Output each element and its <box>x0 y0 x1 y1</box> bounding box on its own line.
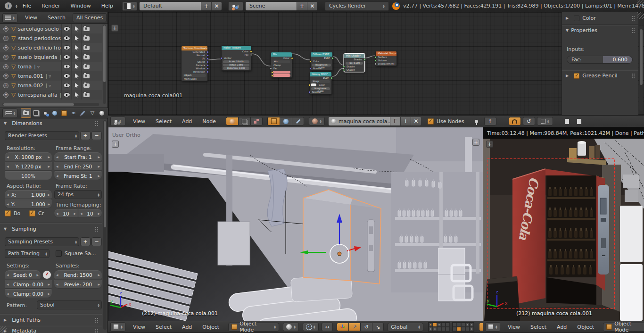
hide-toggle[interactable] <box>61 62 72 71</box>
socket[interactable] <box>343 69 345 71</box>
tab-scene[interactable] <box>41 108 50 117</box>
hide-toggle[interactable] <box>61 71 72 81</box>
socket[interactable] <box>374 59 377 62</box>
outliner-item[interactable]: + ▽ torna | ▿ <box>0 62 102 71</box>
outliner-item[interactable]: + ▽ suelo izquierda | <box>0 52 102 62</box>
socket[interactable] <box>206 64 209 67</box>
outliner-vscrollbar[interactable] <box>103 25 106 104</box>
panel-sampling[interactable]: Sampling <box>4 226 36 232</box>
tab-material[interactable] <box>97 108 107 117</box>
shader-nodes-button[interactable] <box>226 117 238 125</box>
menu-item[interactable]: Select <box>150 324 177 330</box>
pivot-point-select[interactable]: ▲▼ <box>303 323 319 331</box>
square-samples-checkbox[interactable]: Square Sa... <box>56 250 96 257</box>
frame-end-field[interactable]: ◀End Fr: 250▶ <box>54 162 102 171</box>
select-toggle[interactable] <box>71 90 82 100</box>
panel-drag-dots[interactable] <box>631 73 636 78</box>
tab-render[interactable] <box>21 108 31 118</box>
object-shader-button[interactable] <box>267 117 280 125</box>
select-toggle[interactable] <box>71 62 82 71</box>
toolshelf-expand-button[interactable]: + <box>486 141 493 148</box>
outliner-hscrollbar[interactable] <box>2 103 99 106</box>
editor-type-3dview[interactable]: ▲▼ <box>110 322 125 332</box>
copy-nodes-button[interactable] <box>561 117 573 125</box>
hide-toggle[interactable] <box>61 81 72 90</box>
viewport-shading-select[interactable]: ▲▼ <box>283 323 299 331</box>
detail-field[interactable]: Detail: 2.000 <box>223 64 249 67</box>
add-material-button[interactable]: + <box>400 117 411 125</box>
frame-rate-select[interactable]: 24 fps▲▼ <box>54 190 102 199</box>
color-checkbox[interactable] <box>574 16 579 21</box>
go-to-parent-button[interactable]: ↑ <box>484 117 496 125</box>
node-panel-scrollbar[interactable] <box>639 25 643 111</box>
delete-layout-button[interactable]: ✕ <box>211 2 222 10</box>
panel-light-paths[interactable]: Light Paths <box>4 317 41 323</box>
socket[interactable] <box>220 57 223 59</box>
menu-item[interactable]: Help <box>96 3 118 9</box>
render-engine-select[interactable]: Cycles Render ▲▼ <box>325 1 389 11</box>
socket[interactable] <box>343 66 345 68</box>
fac-field[interactable]: Fac: 0.600 <box>346 62 363 65</box>
color-swatch[interactable] <box>311 83 316 86</box>
expand-icon[interactable]: + <box>3 92 8 98</box>
menu-item[interactable]: File <box>17 3 36 9</box>
menu-item[interactable]: Render <box>36 3 65 9</box>
add-scene-button[interactable]: + <box>297 2 307 10</box>
node-glossy-bsdf[interactable]: Glossy BSDF BSDF Sharp Color Roughness: … <box>309 72 332 94</box>
roughness-field[interactable]: Roughness: 0.000 <box>311 87 330 90</box>
hide-toggle[interactable] <box>61 24 72 33</box>
outliner-item[interactable]: + ▽ stand periodicos <box>0 33 102 43</box>
remap-new-field[interactable]: ◀10▶ <box>78 209 102 218</box>
render-toggle[interactable] <box>81 71 91 81</box>
pattern-select[interactable]: Sobol▲▼ <box>37 300 102 309</box>
editor-type-outliner[interactable]: ▲▼ <box>2 13 17 23</box>
panel-dimensions[interactable]: Dimensions <box>4 120 42 126</box>
socket[interactable] <box>331 57 334 59</box>
world-shader-button[interactable] <box>280 117 292 125</box>
node-texture-coordinate[interactable]: Texture Coordinate Generated Normal UV O… <box>181 46 208 81</box>
socket[interactable] <box>206 54 209 57</box>
corner-grip[interactable] <box>637 12 644 19</box>
render-lock-button[interactable] <box>479 323 483 331</box>
render-toggle[interactable] <box>81 52 91 62</box>
menu-item[interactable]: View <box>20 15 42 21</box>
menu-item[interactable]: Object <box>197 324 224 330</box>
menu-item[interactable]: Add <box>177 118 197 125</box>
expand-icon[interactable]: + <box>3 64 8 69</box>
render-toggle[interactable] <box>81 62 91 71</box>
hide-toggle[interactable] <box>61 33 72 43</box>
render-result-viewport[interactable]: z x y Coca-Cola (212) maquina coca cola.… <box>483 139 644 321</box>
tab-modifiers[interactable] <box>78 108 88 117</box>
hide-toggle[interactable] <box>61 90 72 100</box>
menu-item[interactable]: Node <box>197 118 221 125</box>
menu-item[interactable]: Window <box>65 3 96 9</box>
panel-properties[interactable]: Properties <box>562 27 642 33</box>
panel-color[interactable]: Color <box>562 15 642 21</box>
integrator-select[interactable]: Path Tracing▲▼ <box>5 249 50 258</box>
mode-select[interactable]: Object Mode ▲▼ <box>228 323 279 332</box>
layers-widget-a[interactable] <box>428 322 450 332</box>
clamp-indirect-field[interactable]: ◀Clamp: 0.00▶ <box>5 289 52 298</box>
animate-seed-button[interactable] <box>42 270 51 279</box>
expand-icon[interactable]: + <box>3 74 8 79</box>
panel-grease-pencil[interactable]: Grease Pencil <box>562 73 642 79</box>
tab-object[interactable] <box>59 108 69 117</box>
menu-item[interactable]: View <box>128 324 150 330</box>
node-mix-color[interactable]: Mix Color Mix Clamp Fac <box>271 52 292 78</box>
socket[interactable] <box>291 57 293 59</box>
remap-old-field[interactable]: ◀10▶ <box>54 209 78 218</box>
expand-icon[interactable]: + <box>3 83 8 88</box>
menu-item[interactable]: Add <box>177 324 197 330</box>
render-toggle[interactable] <box>81 43 91 52</box>
screen-layout-icon[interactable]: ▲▼ <box>122 1 137 11</box>
select-toggle[interactable] <box>71 24 82 33</box>
panel-drag-dots[interactable] <box>631 16 636 21</box>
manipulate-origins-button[interactable]: ↔ <box>322 323 333 331</box>
color2-swatch[interactable] <box>272 74 290 77</box>
socket[interactable] <box>206 61 209 63</box>
texture-nodes-button[interactable] <box>250 117 263 125</box>
menu-item[interactable]: Search <box>42 15 71 21</box>
tab-data[interactable]: ▽ <box>88 108 97 117</box>
socket[interactable] <box>374 56 377 58</box>
panel-metadata[interactable]: Metadata <box>4 328 36 333</box>
